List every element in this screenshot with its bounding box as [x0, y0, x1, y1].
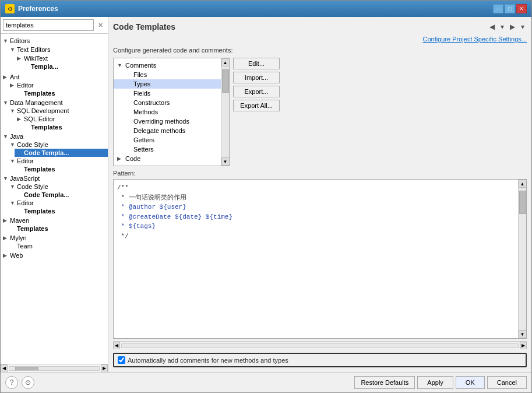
tmpl-item-code[interactable]: ▶ Code: [114, 154, 221, 163]
hscroll-thumb: [15, 367, 38, 370]
sidebar-row-java[interactable]: ▼ Java: [1, 132, 108, 141]
js-code-style-children: Code Templa...: [8, 191, 108, 199]
tmpl-item-types[interactable]: Types: [114, 79, 221, 89]
help-button[interactable]: ?: [5, 376, 18, 389]
sidebar-row-js-editor[interactable]: ▼ Editor: [8, 199, 108, 207]
search-input[interactable]: [3, 19, 94, 31]
scroll-thumb: [222, 69, 229, 93]
scroll-track[interactable]: [221, 66, 230, 157]
sidebar-row-text-editors[interactable]: ▼ Text Editors: [8, 45, 108, 54]
sidebar-row-java-editor[interactable]: ▼ Editor: [8, 157, 108, 165]
hscroll-left-button[interactable]: ◀: [1, 364, 8, 373]
tmpl-item-methods[interactable]: Methods: [114, 107, 221, 117]
restore-defaults-button[interactable]: Restore Defaults: [354, 376, 415, 389]
pattern-scroll-track[interactable]: [519, 188, 527, 330]
export-all-button[interactable]: Export All...: [233, 100, 280, 111]
sidebar-item-text-editors: ▼ Text Editors ▶ WikiText: [8, 45, 108, 72]
label-java-code-templates: Code Templa...: [24, 149, 69, 156]
auto-add-comments-checkbox[interactable]: [118, 356, 125, 364]
sidebar-row-maven[interactable]: ▶ Maven: [1, 216, 108, 224]
label-js-code-style: Code Style: [17, 183, 48, 190]
scroll-up-button[interactable]: ▲: [221, 58, 230, 66]
toggle-js-code-style: ▼: [10, 184, 17, 190]
sidebar-row-ant-templates[interactable]: Templates: [15, 89, 108, 97]
sidebar-row-javascript[interactable]: ▼ JavaScript: [1, 174, 108, 183]
tmpl-label-types: Types: [133, 80, 150, 87]
sidebar-item-java: ▼ Java ▼ Code Style Code Temp: [1, 132, 108, 174]
sidebar-row-java-code-templates[interactable]: Code Templa...: [15, 149, 108, 157]
sidebar-row-js-templates[interactable]: Templates: [15, 207, 108, 215]
pattern-hscroll-left[interactable]: ◀: [113, 342, 120, 350]
nav-dropdown-button[interactable]: ▾: [498, 22, 506, 32]
sidebar-row-sql-development[interactable]: ▼ SQL Development: [8, 107, 108, 115]
label-java-editor-templates: Templates: [24, 166, 55, 173]
tree-scrollbar: ▲ ▼: [221, 58, 229, 166]
tmpl-item-getters[interactable]: Getters: [114, 135, 221, 145]
tmpl-label-setters: Setters: [133, 146, 154, 153]
sidebar-row-mylyn-team[interactable]: Team: [8, 242, 108, 250]
minimize-button[interactable]: ─: [493, 4, 503, 13]
sidebar-row-js-code-templates[interactable]: Code Templa...: [15, 191, 108, 199]
search-box-container: ✕: [1, 17, 108, 34]
preferences-button[interactable]: ⊙: [22, 376, 34, 389]
sidebar-row-sql-templates[interactable]: Templates: [22, 123, 108, 131]
sidebar-row-js-code-style[interactable]: ▼ Code Style: [8, 183, 108, 191]
mylyn-children: Team: [1, 242, 108, 250]
toggle-web: ▶: [3, 252, 10, 258]
pattern-hscroll-right[interactable]: ▶: [520, 342, 527, 350]
tmpl-label-overriding: Overriding methods: [133, 118, 189, 125]
tmpl-item-overriding[interactable]: Overriding methods: [114, 117, 221, 126]
sidebar-row-wikitext[interactable]: ▶ WikiText: [15, 54, 108, 62]
nav-forward-dropdown-button[interactable]: ▾: [519, 22, 527, 32]
sidebar-row-wikitext-templates[interactable]: Templa...: [22, 62, 108, 71]
sidebar-row-web[interactable]: ▶ Web: [1, 251, 108, 259]
sidebar-row-editors[interactable]: ▼ Editors: [1, 37, 108, 45]
label-java-editor: Editor: [17, 157, 34, 164]
nav-forward-button[interactable]: ▶: [508, 22, 517, 32]
tmpl-item-fields[interactable]: Fields: [114, 89, 221, 98]
sidebar-row-ant[interactable]: ▶ Ant: [1, 73, 108, 81]
edit-button[interactable]: Edit...: [233, 58, 280, 69]
auto-add-comments-label[interactable]: Automatically add comments for new metho…: [128, 357, 288, 364]
ok-button[interactable]: OK: [456, 376, 485, 389]
label-js-templates: Templates: [24, 208, 55, 215]
sidebar-row-java-editor-templates[interactable]: Templates: [15, 165, 108, 173]
tmpl-item-files[interactable]: Files: [114, 70, 221, 79]
export-button[interactable]: Export...: [233, 86, 280, 97]
apply-button[interactable]: Apply: [417, 376, 453, 389]
pattern-hscroll-track[interactable]: [121, 343, 519, 348]
tmpl-label-files: Files: [133, 71, 147, 78]
sidebar-hscroll: ◀ ▶: [1, 364, 108, 372]
sidebar-row-sql-editor[interactable]: ▶ SQL Editor: [15, 115, 108, 123]
sidebar-row-java-code-style[interactable]: ▼ Code Style: [8, 141, 108, 149]
label-wikitext-templates: Templa...: [31, 63, 58, 70]
label-sql-templates: Templates: [31, 124, 62, 131]
scroll-down-button[interactable]: ▼: [221, 157, 230, 166]
tmpl-item-setters[interactable]: Setters: [114, 145, 221, 154]
hscroll-right-button[interactable]: ▶: [101, 364, 108, 373]
import-button[interactable]: Import...: [233, 72, 280, 83]
sidebar-item-ant: ▶ Ant ▶ Editor Templates: [1, 72, 108, 98]
maximize-button[interactable]: □: [505, 4, 515, 13]
toggle-java-code-style: ▼: [10, 142, 17, 148]
pattern-scroll-down[interactable]: ▼: [519, 330, 527, 338]
sidebar-row-mylyn[interactable]: ▶ Mylyn: [1, 234, 108, 242]
pattern-text[interactable]: /** * 一句话说明类的作用 * @author ${user} * @cre…: [114, 180, 518, 338]
sidebar-row-data-management[interactable]: ▼ Data Management: [1, 99, 108, 107]
tmpl-item-comments[interactable]: ▼ Comments: [114, 61, 221, 70]
sidebar-row-ant-editor[interactable]: ▶ Editor: [8, 81, 108, 89]
label-ant-templates: Templates: [24, 90, 55, 97]
cancel-button[interactable]: Cancel: [487, 376, 527, 389]
pattern-scroll-up[interactable]: ▲: [519, 180, 527, 188]
sidebar-row-maven-templates[interactable]: Templates: [8, 224, 108, 233]
close-button[interactable]: ✕: [516, 4, 527, 13]
nav-back-button[interactable]: ◀: [487, 22, 497, 32]
search-clear-button[interactable]: ✕: [95, 20, 105, 30]
hscroll-track[interactable]: [9, 366, 100, 371]
tmpl-item-delegate[interactable]: Delegate methods: [114, 126, 221, 135]
tmpl-item-constructors[interactable]: Constructors: [114, 98, 221, 107]
bottom-left: ? ⊙: [5, 376, 34, 389]
configure-link[interactable]: Configure Project Specific Settings...: [422, 36, 527, 43]
toggle-ant: ▶: [3, 74, 10, 80]
sidebar-item-web: ▶ Web: [1, 251, 108, 260]
